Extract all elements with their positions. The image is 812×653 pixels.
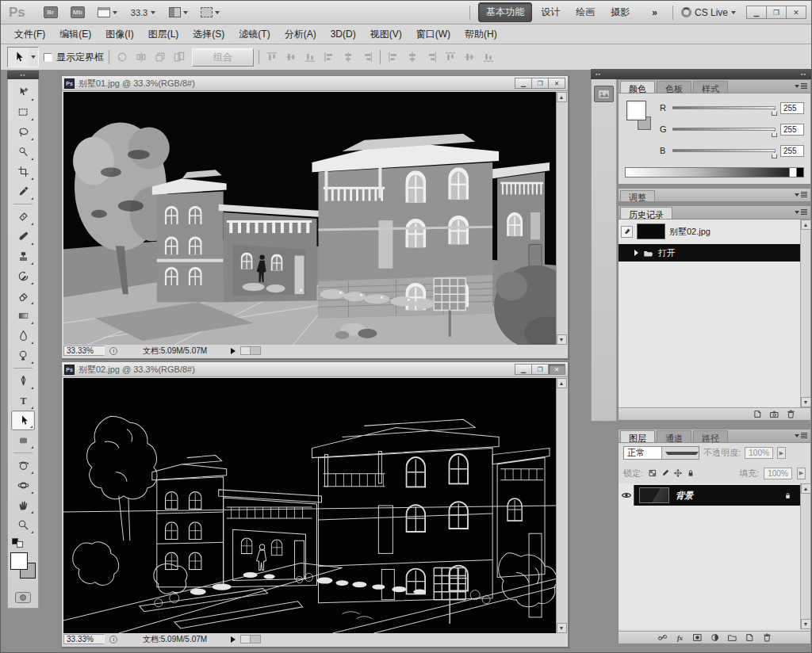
align-bottom-icon[interactable] xyxy=(481,49,496,65)
quick-mask-button[interactable] xyxy=(15,592,31,603)
flip-icon[interactable] xyxy=(133,49,149,65)
scroll-down-icon[interactable]: ▼ xyxy=(801,619,811,629)
align-top-icon[interactable] xyxy=(442,49,458,65)
zoom-tool[interactable] xyxy=(11,515,35,535)
panel-menu-icon[interactable] xyxy=(795,83,807,89)
doc2-title-bar[interactable]: Ps 别墅02.jpg @ 33.3%(RGB/8#) ▁ ❐ ✕ xyxy=(62,362,568,377)
align-hcenter-icon[interactable] xyxy=(340,49,356,65)
new-doc-icon[interactable] xyxy=(753,409,763,419)
close-button[interactable]: ✕ xyxy=(786,6,806,19)
menu-s[interactable]: 选择(S) xyxy=(186,25,232,44)
align-hcenter-icon[interactable] xyxy=(404,49,420,65)
black-chip[interactable] xyxy=(796,168,803,177)
orbit-3d-tool[interactable] xyxy=(11,475,35,495)
tool-preset-picker[interactable] xyxy=(7,47,39,67)
doc-minimize-button[interactable]: ▁ xyxy=(515,364,532,375)
menu-v[interactable]: 视图(V) xyxy=(363,25,409,44)
fill-value[interactable]: 100% xyxy=(764,468,792,479)
opacity-arrow-icon[interactable]: ▶ xyxy=(777,447,786,459)
align-vcenter-icon[interactable] xyxy=(283,49,299,65)
bridge-launcher-button[interactable]: Br xyxy=(41,5,60,20)
lock-icon[interactable] xyxy=(686,468,695,478)
layers-tab[interactable]: 路径 xyxy=(693,430,728,442)
foreground-color-swatch[interactable] xyxy=(10,552,28,570)
status-menu-arrow-icon[interactable] xyxy=(231,636,236,643)
toolbox-grip[interactable]: ▪▪ xyxy=(7,71,39,79)
align-left-icon[interactable] xyxy=(321,49,337,65)
layers-tab[interactable]: 图层 xyxy=(620,430,655,442)
color-tab[interactable]: 色板 xyxy=(657,81,691,93)
panel-menu-icon[interactable] xyxy=(795,209,807,215)
layers-tab[interactable]: 通道 xyxy=(657,430,691,442)
layer-thumbnail[interactable] xyxy=(639,487,669,503)
mask-icon[interactable] xyxy=(692,632,703,643)
workspace-button-2[interactable]: 设计 xyxy=(534,3,567,21)
doc-close-button[interactable]: ✕ xyxy=(548,364,565,375)
healing-brush-tool[interactable] xyxy=(11,207,35,227)
scroll-up-icon[interactable]: ▲ xyxy=(801,220,811,230)
pages-icon[interactable] xyxy=(171,49,187,65)
workspace-button-4[interactable]: 摄影 xyxy=(603,3,637,21)
menu-a[interactable]: 分析(A) xyxy=(278,25,324,44)
scroll-down-icon[interactable]: ▼ xyxy=(557,623,567,633)
view-extras-button[interactable] xyxy=(95,6,120,19)
clone-stamp-tool[interactable] xyxy=(11,246,35,266)
scroll-down-icon[interactable]: ▼ xyxy=(801,397,811,407)
doc-minimize-button[interactable]: ▁ xyxy=(515,78,532,89)
history-brush-source-icon[interactable] xyxy=(621,226,633,238)
align-top-icon[interactable] xyxy=(264,49,280,65)
scroll-up-icon[interactable]: ▲ xyxy=(557,378,567,388)
newlayer-icon[interactable] xyxy=(745,632,755,643)
panel-menu-icon[interactable] xyxy=(795,192,807,197)
trash-icon[interactable] xyxy=(786,409,796,419)
color-tab[interactable]: 样式 xyxy=(693,81,728,93)
slider-track-b[interactable] xyxy=(672,149,776,152)
marquee-tool[interactable] xyxy=(11,102,35,122)
slider-value-r[interactable]: 255 xyxy=(780,102,804,114)
pen-tool[interactable] xyxy=(11,371,35,391)
blend-mode-select[interactable]: 正常 xyxy=(623,446,699,460)
rotate-icon[interactable] xyxy=(114,49,130,65)
move-tool[interactable] xyxy=(11,82,35,102)
doc1-zoom-field[interactable]: 33.33% xyxy=(63,346,105,356)
doc-restore-button[interactable]: ❐ xyxy=(531,78,549,89)
status-menu-arrow-icon[interactable] xyxy=(231,348,236,354)
move-lock-icon[interactable] xyxy=(673,468,683,478)
doc1-vertical-scrollbar[interactable]: ▲ ▼ xyxy=(556,92,566,345)
shape-tool[interactable] xyxy=(11,430,35,450)
slider-thumb[interactable] xyxy=(772,131,777,137)
layer-visibility-eye-icon[interactable] xyxy=(619,485,634,506)
doc2-vertical-scrollbar[interactable]: ▲ ▼ xyxy=(556,378,566,633)
eraser-tool[interactable] xyxy=(11,286,35,306)
align-vcenter-icon[interactable] xyxy=(462,49,477,65)
cs-live-button[interactable]: CS Live xyxy=(681,7,736,18)
history-snapshot-row[interactable]: 别墅02.jpg xyxy=(619,222,800,241)
scroll-up-icon[interactable]: ▲ xyxy=(557,92,567,102)
blur-tool[interactable] xyxy=(11,326,35,346)
eyedropper-tool[interactable] xyxy=(11,181,35,201)
screen-mode-button[interactable] xyxy=(198,6,222,19)
doc1-title-bar[interactable]: Ps 别墅01.jpg @ 33.3%(RGB/8#) ▁ ❐ ✕ xyxy=(62,76,568,91)
quick-select-tool[interactable] xyxy=(11,142,35,162)
tab-history[interactable]: 历史记录 xyxy=(620,207,672,219)
dodge-tool[interactable] xyxy=(11,346,35,365)
lasso-tool[interactable] xyxy=(11,122,35,142)
align-right-icon[interactable] xyxy=(423,49,439,65)
history-state-open[interactable]: 打开 xyxy=(619,244,800,262)
tab-adjustments[interactable]: 调整 xyxy=(620,190,655,201)
workspace-overflow-button[interactable]: » xyxy=(645,5,665,21)
layers-scrollbar[interactable]: ▲ ▼ xyxy=(800,483,810,629)
crop-tool[interactable] xyxy=(11,162,35,181)
doc-close-button[interactable]: ✕ xyxy=(548,78,565,89)
slider-value-g[interactable]: 255 xyxy=(780,124,804,136)
show-bounds-checkbox[interactable] xyxy=(44,53,52,62)
color-tab[interactable]: 颜色 xyxy=(620,81,655,93)
snapshot-icon[interactable] xyxy=(769,409,779,419)
doc2-zoom-field[interactable]: 33.33% xyxy=(63,634,105,644)
layer-row-background[interactable]: 背景 xyxy=(619,485,800,506)
zoom-level-control[interactable]: 33.3 xyxy=(128,6,159,19)
minimize-button[interactable]: ▁ xyxy=(746,6,767,19)
workspace-button-1[interactable]: 基本功能 xyxy=(478,2,532,22)
path-select-tool[interactable] xyxy=(11,411,35,430)
slider-track-r[interactable] xyxy=(672,106,776,109)
